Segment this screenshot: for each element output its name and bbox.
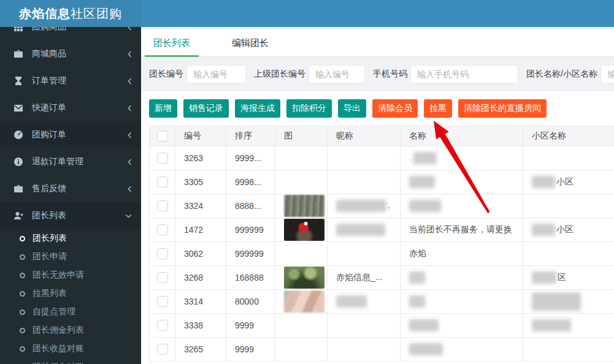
- submenu-item-label: 团长佣金列表: [33, 325, 84, 336]
- redacted-blur: [409, 271, 425, 284]
- table-row: 33059998...小区: [150, 170, 614, 194]
- cell-image: [275, 314, 328, 338]
- table-row: 32659999: [150, 338, 614, 362]
- cell-sort: 999999: [226, 218, 275, 242]
- redacted-blur: [336, 295, 367, 308]
- sidebar-item-aftersale-feedback[interactable]: 售后反馈: [0, 175, 141, 202]
- add-button[interactable]: 新增: [149, 99, 177, 118]
- parent-leader-id-input[interactable]: [309, 65, 365, 83]
- cell-community: [523, 194, 614, 218]
- chevron-left-icon: [128, 132, 132, 138]
- cell-leader-id: 3314: [175, 290, 226, 314]
- sidebar-item-express-orders[interactable]: 快递订单: [0, 94, 141, 121]
- cell-leader-id: 1472: [175, 218, 226, 242]
- hourglass-icon: [13, 76, 23, 86]
- submenu-item-pickup-point[interactable]: 自提点管理: [0, 303, 141, 321]
- sidebar-item-label: 团购商品: [32, 27, 128, 32]
- circle-icon: [20, 254, 25, 260]
- row-checkbox[interactable]: [157, 296, 168, 307]
- submenu-item-label: 团长申请: [33, 251, 67, 262]
- app-title: 赤焰信息社区团购: [19, 6, 122, 22]
- info-icon: [13, 157, 23, 167]
- submenu-item-leader-income-recon[interactable]: 团长收益对账: [0, 339, 141, 358]
- redacted-blur: [409, 200, 441, 212]
- cell-name: 当前团长不再服务，请更换: [401, 218, 523, 242]
- cell-name: [401, 290, 523, 314]
- cell-image: [275, 194, 328, 218]
- cell-suffix: 区: [558, 272, 566, 282]
- cell-sort: 999999: [226, 242, 275, 266]
- redacted-blur: [413, 152, 437, 164]
- row-checkbox[interactable]: [157, 344, 168, 355]
- cell-nickname: [328, 242, 401, 266]
- cell-community: [523, 338, 614, 362]
- cell-name: [401, 170, 523, 194]
- submenu-item-leader-commission-list[interactable]: 团长佣金列表: [0, 321, 141, 339]
- submenu-item-leader-list[interactable]: 团长列表: [0, 229, 141, 248]
- sidebar-item-mall-goods[interactable]: 商城商品: [0, 40, 141, 67]
- chevron-left-icon: [128, 186, 132, 192]
- tab-edit-leader[interactable]: 编辑团长: [223, 29, 277, 57]
- filter-label-parent-leader-id: 上级团长编号: [254, 69, 305, 80]
- poster-generate-button[interactable]: 海报生成: [235, 99, 280, 118]
- sidebar-item-group-orders[interactable]: 团购订单: [0, 121, 141, 148]
- cell-community: [523, 146, 614, 170]
- select-all-checkbox[interactable]: [157, 131, 168, 142]
- cell-name: [401, 338, 523, 362]
- clear-live-rooms-button[interactable]: 清除团长的直播房间: [458, 99, 547, 118]
- sidebar-item-label: 团长列表: [32, 210, 125, 221]
- submenu-item-leader-invalid-apply[interactable]: 团长无效申请: [0, 266, 141, 284]
- table-body: 32639999....33059998...小区33248888....147…: [150, 146, 614, 362]
- row-checkbox[interactable]: [157, 248, 168, 259]
- clear-members-button[interactable]: 清除会员: [372, 99, 418, 118]
- cell-community: [523, 242, 614, 266]
- row-checkbox[interactable]: [157, 153, 168, 164]
- cell-nickname: .: [328, 194, 401, 218]
- deduct-points-button[interactable]: 扣除积分: [286, 99, 332, 118]
- submenu-item-label: 自提点管理: [33, 306, 75, 317]
- gauge-icon: [13, 130, 23, 140]
- redacted-blur: [532, 271, 556, 284]
- export-button[interactable]: 导出: [338, 99, 366, 118]
- row-checkbox[interactable]: [157, 224, 168, 235]
- submenu-item-leader-commission-recon[interactable]: 团长佣金对账: [0, 358, 141, 364]
- cell-name: 赤焰: [401, 242, 523, 266]
- name-input[interactable]: [601, 65, 614, 83]
- cell-name: [401, 314, 523, 338]
- app-logo[interactable]: 赤焰信息社区团购: [0, 0, 141, 27]
- user-plus-icon: [13, 211, 23, 221]
- filter-label-name: 团长名称/小区名称: [526, 69, 597, 80]
- sidebar-item-order-management[interactable]: 订单管理: [0, 67, 141, 94]
- row-checkbox[interactable]: [157, 272, 168, 283]
- cell-community: 小区: [523, 218, 614, 242]
- phone-input[interactable]: [410, 65, 518, 83]
- sidebar-item-label: 快递订单: [32, 102, 128, 113]
- tab-leader-list[interactable]: 团长列表: [145, 29, 199, 57]
- submenu-item-leader-apply[interactable]: 团长申请: [0, 248, 141, 266]
- redacted-blur: [409, 295, 425, 308]
- chevron-left-icon: [128, 27, 132, 31]
- table-row: 33248888....: [150, 194, 614, 218]
- cell-sort: 168888: [226, 266, 275, 290]
- toolbar: 新增 销售记录 海报生成 扣除积分 导出 清除会员 拉黑 清除团长的直播房间: [141, 91, 614, 126]
- redacted-blur: [532, 319, 571, 332]
- redacted-blur: [409, 343, 443, 355]
- row-checkbox[interactable]: [157, 176, 168, 188]
- row-checkbox[interactable]: [157, 200, 168, 211]
- cell-leader-id: 3305: [175, 170, 226, 194]
- submenu-item-label: 团长收益对账: [33, 343, 84, 354]
- column-header: 排序: [226, 126, 275, 146]
- sales-record-button[interactable]: 销售记录: [183, 99, 229, 118]
- leader-id-input[interactable]: [186, 65, 246, 83]
- filter-bar: 团长编号 上级团长编号 手机号码 团长名称/小区名称: [141, 57, 614, 91]
- row-checkbox[interactable]: [157, 320, 168, 331]
- chevron-left-icon: [128, 159, 132, 165]
- sidebar-item-leader-list[interactable]: 团长列表: [0, 202, 141, 229]
- blacklist-button[interactable]: 拉黑: [424, 99, 452, 118]
- sidebar-item-group-goods[interactable]: 团购商品: [0, 27, 141, 40]
- sidebar-item-refund-orders[interactable]: 退款订单管理: [0, 148, 141, 175]
- cell-community: 区: [523, 266, 614, 290]
- cell-nickname: [328, 218, 401, 242]
- redacted-blur: [532, 292, 581, 311]
- submenu-item-blacklist[interactable]: 拉黑列表: [0, 284, 141, 303]
